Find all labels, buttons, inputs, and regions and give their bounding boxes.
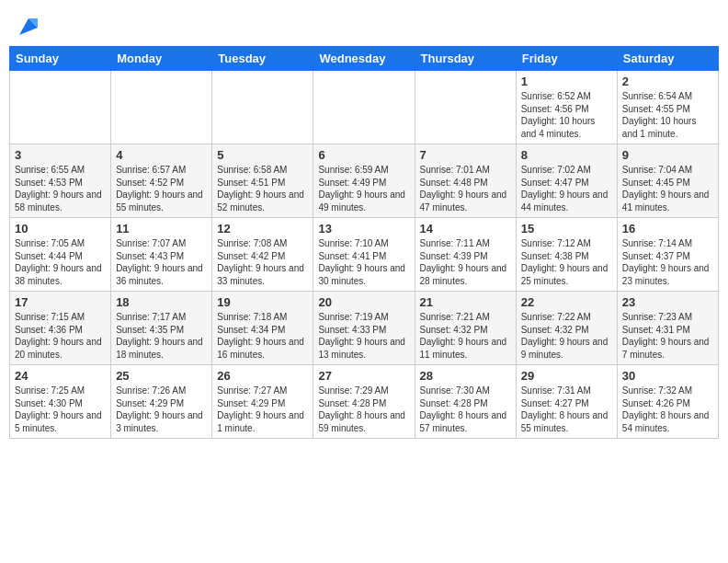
calendar-cell: 6Sunrise: 6:59 AM Sunset: 4:49 PM Daylig… bbox=[313, 144, 415, 218]
calendar-cell: 21Sunrise: 7:21 AM Sunset: 4:32 PM Dayli… bbox=[415, 292, 516, 365]
day-number: 12 bbox=[217, 222, 308, 236]
calendar-cell: 28Sunrise: 7:30 AM Sunset: 4:28 PM Dayli… bbox=[415, 365, 516, 439]
weekday-header-sunday: Sunday bbox=[10, 47, 111, 71]
day-info: Sunrise: 7:07 AM Sunset: 4:43 PM Dayligh… bbox=[116, 237, 207, 287]
day-info: Sunrise: 7:18 AM Sunset: 4:34 PM Dayligh… bbox=[217, 311, 308, 361]
day-number: 30 bbox=[622, 369, 713, 383]
day-number: 27 bbox=[318, 369, 409, 383]
day-info: Sunrise: 7:30 AM Sunset: 4:28 PM Dayligh… bbox=[420, 385, 511, 434]
day-number: 1 bbox=[521, 75, 612, 88]
day-number: 11 bbox=[116, 222, 207, 236]
calendar-cell: 4Sunrise: 6:57 AM Sunset: 4:52 PM Daylig… bbox=[111, 144, 212, 218]
calendar-cell: 10Sunrise: 7:05 AM Sunset: 4:44 PM Dayli… bbox=[10, 218, 111, 292]
calendar-cell: 15Sunrise: 7:12 AM Sunset: 4:38 PM Dayli… bbox=[516, 218, 617, 292]
calendar-week-4: 17Sunrise: 7:15 AM Sunset: 4:36 PM Dayli… bbox=[10, 292, 719, 365]
day-info: Sunrise: 7:23 AM Sunset: 4:31 PM Dayligh… bbox=[622, 311, 713, 361]
day-info: Sunrise: 6:59 AM Sunset: 4:49 PM Dayligh… bbox=[318, 164, 409, 213]
day-info: Sunrise: 7:12 AM Sunset: 4:38 PM Dayligh… bbox=[521, 237, 612, 287]
calendar-cell: 13Sunrise: 7:10 AM Sunset: 4:41 PM Dayli… bbox=[313, 218, 415, 292]
calendar-week-5: 24Sunrise: 7:25 AM Sunset: 4:30 PM Dayli… bbox=[10, 365, 719, 439]
day-number: 16 bbox=[622, 222, 713, 236]
calendar-cell: 11Sunrise: 7:07 AM Sunset: 4:43 PM Dayli… bbox=[111, 218, 212, 292]
day-number: 19 bbox=[217, 295, 308, 309]
day-info: Sunrise: 7:29 AM Sunset: 4:28 PM Dayligh… bbox=[318, 385, 409, 434]
day-number: 3 bbox=[15, 148, 106, 162]
day-info: Sunrise: 7:11 AM Sunset: 4:39 PM Dayligh… bbox=[420, 237, 511, 287]
day-number: 26 bbox=[217, 369, 308, 383]
weekday-header-thursday: Thursday bbox=[415, 47, 516, 71]
calendar-cell: 20Sunrise: 7:19 AM Sunset: 4:33 PM Dayli… bbox=[313, 292, 415, 365]
day-info: Sunrise: 6:52 AM Sunset: 4:56 PM Dayligh… bbox=[521, 90, 612, 140]
day-number: 22 bbox=[521, 295, 612, 309]
day-info: Sunrise: 7:32 AM Sunset: 4:26 PM Dayligh… bbox=[622, 385, 713, 434]
calendar-week-1: 1Sunrise: 6:52 AM Sunset: 4:56 PM Daylig… bbox=[10, 71, 719, 144]
page: SundayMondayTuesdayWednesdayThursdayFrid… bbox=[0, 0, 728, 563]
calendar-cell: 8Sunrise: 7:02 AM Sunset: 4:47 PM Daylig… bbox=[516, 144, 617, 218]
day-info: Sunrise: 7:04 AM Sunset: 4:45 PM Dayligh… bbox=[622, 164, 713, 213]
calendar-cell: 1Sunrise: 6:52 AM Sunset: 4:56 PM Daylig… bbox=[516, 71, 617, 144]
day-info: Sunrise: 7:02 AM Sunset: 4:47 PM Dayligh… bbox=[521, 164, 612, 213]
weekday-header-tuesday: Tuesday bbox=[212, 47, 313, 71]
day-number: 8 bbox=[521, 148, 612, 162]
calendar-cell: 18Sunrise: 7:17 AM Sunset: 4:35 PM Dayli… bbox=[111, 292, 212, 365]
logo-icon bbox=[12, 9, 41, 39]
weekday-header-monday: Monday bbox=[111, 47, 212, 71]
day-info: Sunrise: 7:14 AM Sunset: 4:37 PM Dayligh… bbox=[622, 237, 713, 287]
day-info: Sunrise: 6:57 AM Sunset: 4:52 PM Dayligh… bbox=[116, 164, 207, 213]
weekday-header-row: SundayMondayTuesdayWednesdayThursdayFrid… bbox=[10, 47, 719, 71]
calendar-cell: 2Sunrise: 6:54 AM Sunset: 4:55 PM Daylig… bbox=[617, 71, 718, 144]
day-info: Sunrise: 7:27 AM Sunset: 4:29 PM Dayligh… bbox=[217, 385, 308, 434]
day-number: 28 bbox=[420, 369, 511, 383]
logo bbox=[9, 9, 41, 39]
calendar-cell: 9Sunrise: 7:04 AM Sunset: 4:45 PM Daylig… bbox=[617, 144, 718, 218]
header bbox=[9, 9, 719, 39]
day-number: 21 bbox=[420, 295, 511, 309]
calendar-cell: 29Sunrise: 7:31 AM Sunset: 4:27 PM Dayli… bbox=[516, 365, 617, 439]
calendar-cell: 24Sunrise: 7:25 AM Sunset: 4:30 PM Dayli… bbox=[10, 365, 111, 439]
calendar-cell: 14Sunrise: 7:11 AM Sunset: 4:39 PM Dayli… bbox=[415, 218, 516, 292]
calendar-cell bbox=[212, 71, 313, 144]
day-number: 5 bbox=[217, 148, 308, 162]
day-number: 13 bbox=[318, 222, 409, 236]
day-info: Sunrise: 7:01 AM Sunset: 4:48 PM Dayligh… bbox=[420, 164, 511, 213]
day-number: 7 bbox=[420, 148, 511, 162]
calendar-cell bbox=[10, 71, 111, 144]
day-info: Sunrise: 7:26 AM Sunset: 4:29 PM Dayligh… bbox=[116, 385, 207, 434]
day-number: 15 bbox=[521, 222, 612, 236]
calendar-cell: 25Sunrise: 7:26 AM Sunset: 4:29 PM Dayli… bbox=[111, 365, 212, 439]
calendar-cell: 17Sunrise: 7:15 AM Sunset: 4:36 PM Dayli… bbox=[10, 292, 111, 365]
day-info: Sunrise: 7:17 AM Sunset: 4:35 PM Dayligh… bbox=[116, 311, 207, 361]
day-info: Sunrise: 6:55 AM Sunset: 4:53 PM Dayligh… bbox=[15, 164, 106, 213]
day-info: Sunrise: 7:10 AM Sunset: 4:41 PM Dayligh… bbox=[318, 237, 409, 287]
weekday-header-friday: Friday bbox=[516, 47, 617, 71]
day-number: 6 bbox=[318, 148, 409, 162]
calendar-cell: 23Sunrise: 7:23 AM Sunset: 4:31 PM Dayli… bbox=[617, 292, 718, 365]
day-info: Sunrise: 7:31 AM Sunset: 4:27 PM Dayligh… bbox=[521, 385, 612, 434]
calendar-cell bbox=[415, 71, 516, 144]
day-number: 24 bbox=[15, 369, 106, 383]
day-info: Sunrise: 7:08 AM Sunset: 4:42 PM Dayligh… bbox=[217, 237, 308, 287]
day-number: 4 bbox=[116, 148, 207, 162]
day-number: 18 bbox=[116, 295, 207, 309]
day-info: Sunrise: 7:25 AM Sunset: 4:30 PM Dayligh… bbox=[15, 385, 106, 434]
day-number: 29 bbox=[521, 369, 612, 383]
day-number: 20 bbox=[318, 295, 409, 309]
weekday-header-wednesday: Wednesday bbox=[313, 47, 415, 71]
day-number: 10 bbox=[15, 222, 106, 236]
day-number: 2 bbox=[622, 75, 713, 88]
day-info: Sunrise: 7:22 AM Sunset: 4:32 PM Dayligh… bbox=[521, 311, 612, 361]
day-number: 25 bbox=[116, 369, 207, 383]
day-number: 14 bbox=[420, 222, 511, 236]
calendar-cell: 27Sunrise: 7:29 AM Sunset: 4:28 PM Dayli… bbox=[313, 365, 415, 439]
calendar-cell bbox=[313, 71, 415, 144]
calendar-cell: 5Sunrise: 6:58 AM Sunset: 4:51 PM Daylig… bbox=[212, 144, 313, 218]
calendar-cell: 30Sunrise: 7:32 AM Sunset: 4:26 PM Dayli… bbox=[617, 365, 718, 439]
calendar-cell: 7Sunrise: 7:01 AM Sunset: 4:48 PM Daylig… bbox=[415, 144, 516, 218]
calendar-table: SundayMondayTuesdayWednesdayThursdayFrid… bbox=[9, 46, 719, 439]
calendar-cell: 12Sunrise: 7:08 AM Sunset: 4:42 PM Dayli… bbox=[212, 218, 313, 292]
day-info: Sunrise: 7:19 AM Sunset: 4:33 PM Dayligh… bbox=[318, 311, 409, 361]
weekday-header-saturday: Saturday bbox=[617, 47, 718, 71]
calendar-cell: 22Sunrise: 7:22 AM Sunset: 4:32 PM Dayli… bbox=[516, 292, 617, 365]
day-number: 23 bbox=[622, 295, 713, 309]
calendar-week-3: 10Sunrise: 7:05 AM Sunset: 4:44 PM Dayli… bbox=[10, 218, 719, 292]
